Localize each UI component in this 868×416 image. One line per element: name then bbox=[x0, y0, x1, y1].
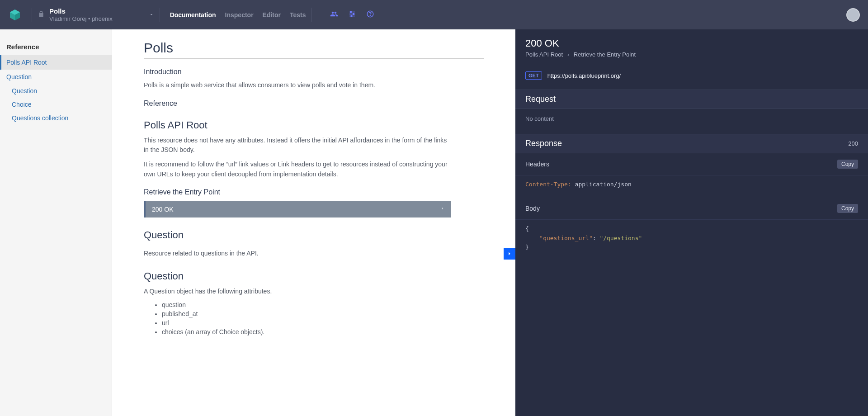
question-heading: Question bbox=[144, 229, 484, 244]
svg-point-7 bbox=[353, 14, 354, 15]
project-subtitle: Vladimir Gorej • phoenix bbox=[49, 15, 113, 23]
collapse-panel-button[interactable] bbox=[504, 248, 515, 260]
sidebar: Reference Polls API Root Question Questi… bbox=[0, 29, 112, 416]
request-header: Request bbox=[515, 90, 868, 109]
headers-code: Content-Type: application/json bbox=[515, 175, 868, 198]
separator bbox=[160, 8, 160, 22]
panel-status: 200 OK bbox=[525, 38, 858, 49]
url-bar: GET https://polls.apiblueprint.org/ bbox=[515, 66, 868, 90]
status-label: 200 OK bbox=[152, 206, 173, 213]
copy-headers-button[interactable]: Copy bbox=[837, 160, 858, 169]
sidebar-heading: Reference bbox=[0, 38, 112, 55]
header-icons bbox=[330, 10, 374, 19]
sidebar-sub-collection[interactable]: Questions collection bbox=[0, 111, 112, 125]
doc-title: Polls bbox=[144, 40, 484, 59]
app-header: Polls Vladimir Gorej • phoenix Documenta… bbox=[0, 0, 868, 29]
body-row: Body Copy bbox=[515, 198, 868, 220]
question-text: Resource related to questions in the API… bbox=[144, 249, 451, 259]
settings-icon[interactable] bbox=[348, 10, 356, 19]
doc-content[interactable]: Polls Introduction Polls is a simple web… bbox=[112, 29, 515, 416]
sidebar-sub-choice[interactable]: Choice bbox=[0, 98, 112, 111]
details-panel: 200 OK Polls API Root › Retrieve the Ent… bbox=[515, 29, 868, 416]
headers-label: Headers bbox=[525, 161, 549, 168]
project-title: Polls bbox=[49, 7, 113, 15]
status-row-200[interactable]: 200 OK bbox=[144, 201, 451, 217]
breadcrumb: Polls API Root › Retrieve the Entry Poin… bbox=[525, 51, 858, 58]
attr-item: choices (an array of Choice objects). bbox=[162, 328, 484, 336]
tab-tests[interactable]: Tests bbox=[290, 11, 306, 19]
help-icon[interactable] bbox=[366, 10, 374, 19]
sidebar-sub-question[interactable]: Question bbox=[0, 84, 112, 98]
user-avatar[interactable] bbox=[846, 8, 860, 22]
intro-heading: Introduction bbox=[144, 68, 484, 76]
breadcrumb-item[interactable]: Polls API Root bbox=[525, 51, 563, 58]
root-heading: Polls API Root bbox=[144, 119, 484, 131]
sidebar-item-root[interactable]: Polls API Root bbox=[0, 55, 112, 70]
attr-item: url bbox=[162, 319, 484, 326]
svg-point-8 bbox=[351, 15, 352, 17]
no-content-text: No content bbox=[515, 109, 868, 134]
endpoint-url: https://polls.apiblueprint.org/ bbox=[547, 72, 621, 79]
svg-point-6 bbox=[350, 11, 351, 13]
tab-editor[interactable]: Editor bbox=[263, 11, 281, 19]
chevron-right-icon bbox=[440, 205, 445, 213]
body-code: { "questions_url": "/questions" } bbox=[515, 220, 868, 260]
project-menu-icon[interactable] bbox=[149, 11, 154, 19]
team-icon[interactable] bbox=[330, 10, 338, 19]
sidebar-item-question[interactable]: Question bbox=[0, 70, 112, 84]
tab-inspector[interactable]: Inspector bbox=[225, 11, 254, 19]
reference-heading: Reference bbox=[144, 99, 484, 108]
attr-item: published_at bbox=[162, 310, 484, 317]
separator bbox=[32, 8, 32, 22]
attr-item: question bbox=[162, 301, 484, 308]
intro-text: Polls is a simple web service that allow… bbox=[144, 80, 451, 90]
question-attr-text: A Question object has the following attr… bbox=[144, 287, 451, 297]
method-badge: GET bbox=[525, 71, 542, 80]
question-sub-heading: Question bbox=[144, 270, 484, 282]
root-text-1: This resource does not have any attribut… bbox=[144, 136, 451, 155]
separator bbox=[311, 8, 312, 22]
retrieve-heading: Retrieve the Entry Point bbox=[144, 188, 484, 196]
response-header: Response 200 bbox=[515, 134, 868, 153]
response-code: 200 bbox=[848, 140, 858, 147]
copy-body-button[interactable]: Copy bbox=[837, 204, 858, 213]
body-label: Body bbox=[525, 205, 540, 212]
chevron-right-icon: › bbox=[567, 51, 569, 58]
attr-list: question published_at url choices (an ar… bbox=[144, 301, 484, 336]
breadcrumb-item[interactable]: Retrieve the Entry Point bbox=[574, 51, 636, 58]
root-text-2: It is recommend to follow the “url” link… bbox=[144, 160, 451, 179]
logo-icon bbox=[8, 8, 22, 22]
nav-tabs: Documentation Inspector Editor Tests bbox=[170, 11, 306, 19]
svg-point-10 bbox=[370, 15, 370, 16]
lock-icon bbox=[38, 10, 45, 19]
project-info[interactable]: Polls Vladimir Gorej • phoenix bbox=[49, 7, 113, 23]
headers-row: Headers Copy bbox=[515, 153, 868, 175]
tab-documentation[interactable]: Documentation bbox=[170, 11, 216, 19]
